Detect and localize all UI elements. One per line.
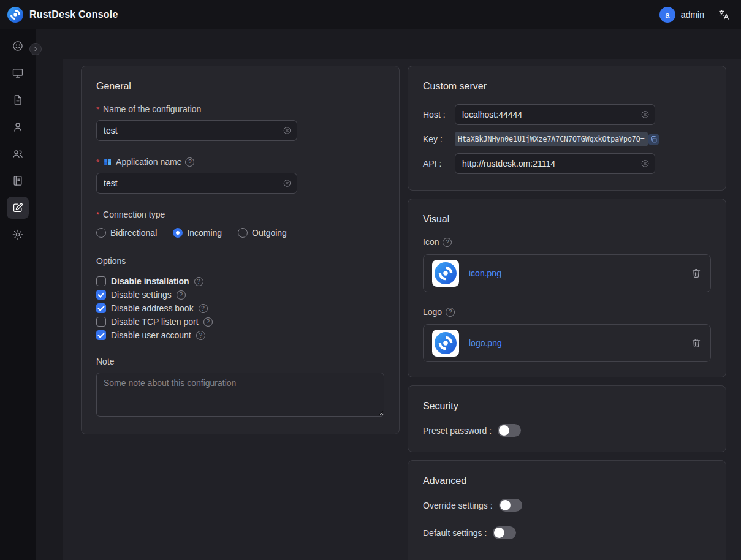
icon-file-box: icon.png [423,254,711,292]
preset-password-toggle[interactable] [498,424,521,437]
preset-password-row: Preset password : [423,424,711,437]
notebook-icon [12,175,24,187]
sidebar [0,29,36,560]
checkbox[interactable] [96,303,106,313]
sidebar-item-devices[interactable] [7,62,29,84]
checkbox[interactable] [96,290,106,300]
key-label: Key : [423,134,455,144]
name-input[interactable] [96,120,297,141]
required-asterisk [96,210,99,219]
checkbox-label: Disable installation [111,276,189,286]
rustdesk-logo-icon [7,7,23,23]
checkbox[interactable] [96,330,106,340]
top-bar: RustDesk Console a admin [0,0,741,29]
preset-password-label: Preset password : [423,426,492,436]
api-row: API : [423,153,711,174]
override-settings-row: Override settings : [423,499,711,512]
required-asterisk [96,104,99,114]
user-menu[interactable]: a admin [659,7,704,23]
windows-icon [103,157,112,167]
custom-server-panel: Custom server Host : Key : HtaXBkJNHyn0e… [408,66,726,191]
clear-icon[interactable] [640,110,650,119]
help-icon[interactable] [446,308,455,317]
checkbox[interactable] [96,317,106,327]
options-list: Disable installation Disable settings Di… [96,274,384,342]
host-row: Host : [423,104,711,125]
options-label: Options [96,256,126,266]
sidebar-item-logs[interactable] [7,89,29,111]
help-icon[interactable] [443,238,452,247]
default-settings-toggle[interactable] [493,526,516,539]
note-label: Note [96,357,115,366]
default-settings-label: Default settings : [423,528,487,538]
icon-thumbnail [432,260,459,287]
radio-label: Incoming [187,228,222,238]
checkbox-label: Disable settings [111,290,172,300]
advanced-panel: Advanced Override settings : Default set… [408,460,726,560]
default-settings-row: Default settings : [423,526,711,539]
logo-file-link[interactable]: logo.png [469,338,502,348]
radio-incoming[interactable]: Incoming [173,228,222,238]
user-name: admin [681,10,704,20]
checkbox-row-disable-address-book: Disable address book [96,301,384,315]
api-input[interactable] [455,153,655,174]
help-icon[interactable] [177,290,186,300]
custom-server-title: Custom server [423,81,711,92]
sidebar-item-groups[interactable] [7,143,29,165]
sidebar-expand-button[interactable] [29,43,42,55]
users-icon [12,148,24,160]
sidebar-item-users[interactable] [7,116,29,138]
clear-icon[interactable] [283,179,292,188]
visual-panel: Visual Icon [408,199,726,377]
general-panel: General Name of the configuration [81,66,400,434]
icon-label: Icon [423,237,439,247]
translate-icon[interactable] [718,9,730,21]
trash-icon[interactable] [691,268,702,279]
page-content: General Name of the configuration [63,59,741,560]
rustdesk-logo-icon [435,262,457,284]
radio-label: Bidirectional [110,228,157,238]
visual-title: Visual [423,214,711,225]
radio-circle[interactable] [238,228,248,238]
radio-outgoing[interactable]: Outgoing [238,228,287,238]
help-icon[interactable] [203,317,213,327]
help-icon[interactable] [196,331,205,340]
user-icon [12,121,24,133]
sidebar-item-custom-clients[interactable] [7,197,29,219]
radio-bidirectional[interactable]: Bidirectional [96,228,157,238]
app-name-field-label: Application name [116,157,181,167]
override-settings-toggle[interactable] [499,499,522,512]
copy-icon[interactable] [648,134,659,145]
checkbox[interactable] [96,276,106,286]
key-value: HtaXBkJNHyn0e1U1jWXze7A7CN7QTGWqxkOtpaVp… [455,132,648,146]
connection-type-label: Connection type [103,210,165,219]
radio-circle[interactable] [96,228,106,238]
connection-type-group: Bidirectional Incoming Outgoing [96,228,384,238]
app-name-input[interactable] [96,173,297,194]
chevron-right-icon [32,45,39,53]
checkbox-row-disable-tcp-listen-port: Disable TCP listen port [96,315,384,328]
rustdesk-logo-icon [435,332,457,354]
note-textarea[interactable] [96,373,384,417]
help-icon[interactable] [194,277,203,286]
required-asterisk [96,157,99,167]
clear-icon[interactable] [640,159,650,168]
api-label: API : [423,159,455,168]
host-input[interactable] [455,104,655,125]
icon-file-link[interactable]: icon.png [469,268,501,278]
help-icon[interactable] [199,304,208,313]
edit-icon [12,202,24,214]
name-field-label: Name of the configuration [103,104,201,114]
radio-label: Outgoing [252,228,287,238]
trash-icon[interactable] [691,338,702,349]
sidebar-item-address-books[interactable] [7,170,29,192]
override-settings-label: Override settings : [423,501,493,510]
sidebar-item-settings[interactable] [7,224,29,246]
face-icon [12,40,24,52]
sidebar-item-dashboard[interactable] [7,35,29,57]
document-icon [12,94,24,106]
logo-file-box: logo.png [423,324,711,362]
radio-circle[interactable] [173,228,183,238]
help-icon[interactable] [185,157,194,167]
clear-icon[interactable] [283,126,292,135]
